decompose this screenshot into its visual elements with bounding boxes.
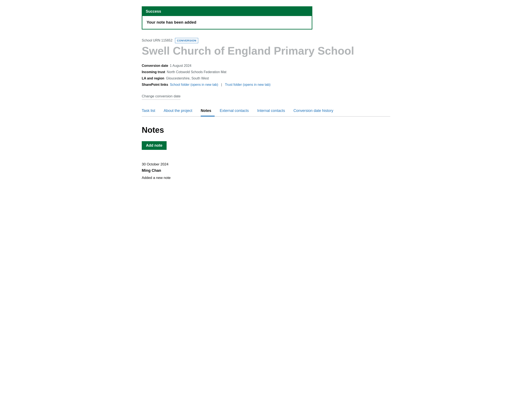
tab-external-contacts[interactable]: External contacts	[220, 106, 252, 116]
conversion-date-label: Conversion date	[142, 63, 168, 68]
note-date: 30 October 2024	[142, 162, 390, 167]
sharepoint-separator: |	[221, 82, 222, 87]
school-urn-row: School URN 115652 CONVERSION	[142, 38, 390, 43]
notes-section: Notes Add note 30 October 2024 Ming Chan…	[142, 124, 390, 181]
success-banner-title: Success	[146, 9, 161, 14]
tab-internal-contacts[interactable]: Internal contacts	[257, 106, 288, 116]
sharepoint-label: SharePoint links	[142, 82, 168, 87]
conversion-date-value: 1 August 2024	[170, 63, 191, 68]
tab-conversion-date-history[interactable]: Conversion date history	[293, 106, 337, 116]
la-region-value: Gloucestershire, South West	[166, 76, 209, 81]
school-urn: School URN 115652	[142, 38, 173, 43]
trust-folder-link[interactable]: Trust folder (opens in new tab)	[225, 82, 270, 87]
change-conversion-date-link[interactable]: Change conversion date	[142, 94, 181, 100]
la-region-row: LA and region Gloucestershire, South Wes…	[142, 76, 390, 81]
incoming-trust-row: Incoming trust North Cotswold Schools Fe…	[142, 69, 390, 75]
notes-heading: Notes	[142, 124, 390, 136]
success-banner-body: Your note has been added	[142, 16, 312, 29]
tab-task-list[interactable]: Task list	[142, 106, 158, 116]
nav-tabs: Task list About the project Notes Extern…	[142, 106, 390, 117]
note-content: Added a new note	[142, 175, 390, 181]
note-author: Ming Chan	[142, 168, 390, 173]
school-info: School URN 115652 CONVERSION Swell Churc…	[142, 38, 390, 57]
note-entry: 30 October 2024 Ming Chan Added a new no…	[142, 162, 390, 181]
success-banner: Success Your note has been added	[142, 6, 312, 29]
incoming-trust-value: North Cotswold Schools Federation Mat	[167, 69, 226, 75]
conversion-date-row: Conversion date 1 August 2024	[142, 63, 390, 68]
details-list: Conversion date 1 August 2024 Incoming t…	[142, 63, 390, 87]
conversion-badge: CONVERSION	[175, 38, 198, 43]
la-region-label: LA and region	[142, 76, 164, 81]
school-title: Swell Church of England Primary School	[142, 45, 390, 57]
school-folder-link[interactable]: School folder (opens in new tab)	[170, 82, 218, 87]
sharepoint-row: SharePoint links School folder (opens in…	[142, 82, 390, 87]
success-banner-header: Success	[142, 7, 312, 16]
incoming-trust-label: Incoming trust	[142, 69, 165, 75]
add-note-button[interactable]: Add note	[142, 141, 166, 150]
success-banner-message: Your note has been added	[147, 20, 196, 25]
tab-about-project[interactable]: About the project	[164, 106, 196, 116]
tab-notes[interactable]: Notes	[201, 106, 215, 117]
